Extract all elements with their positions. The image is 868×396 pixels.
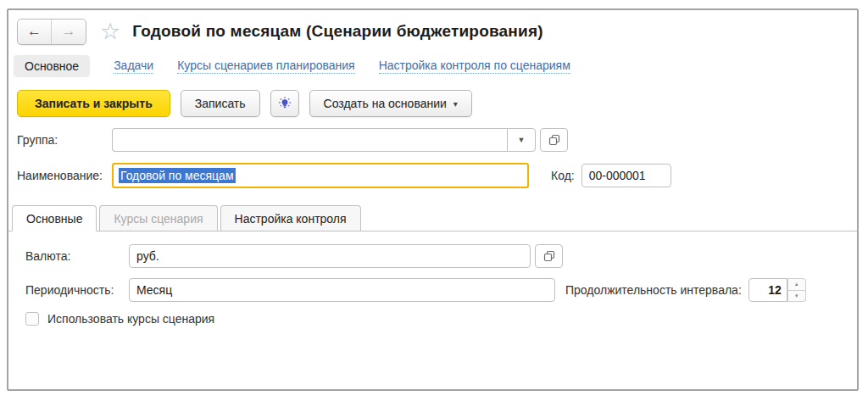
create-based-on-button[interactable]: Создать на основании ▾ [309,90,472,117]
spin-down-button[interactable]: ▼ [787,291,806,303]
interval-length-label: Продолжительность интервала: [565,283,742,297]
use-scenario-rates-label: Использовать курсы сценария [47,312,214,326]
group-input[interactable] [112,128,507,152]
nav-link-tasks[interactable]: Задачи [114,59,153,74]
interval-length-value[interactable]: 12 [748,278,787,302]
interval-length-spinner: 12 ▲ ▼ [748,278,806,302]
code-label: Код: [551,169,575,182]
favorite-star-icon[interactable]: ☆ [100,20,120,43]
name-input[interactable]: Годовой по месяцам [112,163,529,188]
history-nav: ← → [17,19,86,45]
create-based-on-label: Создать на основании [324,97,447,110]
nav-item-main[interactable]: Основное [14,55,90,77]
tab-control-setup[interactable]: Настройка контроля [220,205,361,231]
nav-link-planning-rates[interactable]: Курсы сценариев планирования [177,59,354,74]
page-title: Годовой по месяцам (Сценарии бюджетирова… [132,22,543,41]
tab-main[interactable]: Основные [12,205,97,231]
periodicity-label: Периодичность: [25,283,129,297]
lightbulb-icon [277,96,292,111]
periodicity-input[interactable] [129,278,555,302]
code-input[interactable] [581,164,671,187]
tab-scenario-rates: Курсы сценария [99,205,217,231]
forward-button[interactable]: → [52,20,86,44]
group-field-row: Группа: ▼ [17,128,857,152]
name-field-row: Наименование: Годовой по месяцам Код: [17,163,857,188]
main-tab-panel: Валюта: Периодичность: Продолжительность… [8,231,857,326]
choose-from-list-icon [543,250,555,262]
group-combobox: ▼ [112,128,536,152]
currency-row: Валюта: [25,244,857,268]
save-and-close-button[interactable]: Записать и закрыть [17,90,170,117]
nav-bar: Основное Задачи Курсы сценариев планиров… [14,54,857,78]
currency-label: Валюта: [25,249,129,263]
name-label: Наименование: [17,169,112,182]
currency-choose-button[interactable] [535,244,563,268]
group-label: Группа: [17,133,112,147]
currency-input[interactable] [129,244,531,268]
toolbar: Записать и закрыть Записать Создать [17,90,857,117]
form-window: ← → ☆ Годовой по месяцам (Сценарии бюдже… [7,8,859,391]
nav-link-control-settings[interactable]: Настройка контроля по сценариям [379,59,570,74]
tab-strip: Основные Курсы сценария Настройка контро… [8,205,857,231]
use-scenario-rates-row: Использовать курсы сценария [25,312,857,326]
combo-caret-icon: ▼ [518,136,526,144]
chevron-down-icon: ▾ [453,99,458,109]
choose-from-list-icon [548,134,560,146]
save-button[interactable]: Записать [181,90,260,117]
group-dropdown-button[interactable]: ▼ [507,128,536,152]
use-scenario-rates-checkbox[interactable] [25,312,39,326]
spinner-buttons: ▲ ▼ [787,278,806,302]
periodicity-row: Периодичность: Продолжительность интерва… [25,278,857,302]
back-button[interactable]: ← [18,20,52,44]
header: ← → ☆ Годовой по месяцам (Сценарии бюдже… [17,17,857,46]
spin-up-button[interactable]: ▲ [787,278,806,291]
group-choose-button[interactable] [540,128,568,152]
hint-lightbulb-button[interactable] [270,90,299,117]
name-selected-text: Годовой по месяцам [119,168,236,183]
